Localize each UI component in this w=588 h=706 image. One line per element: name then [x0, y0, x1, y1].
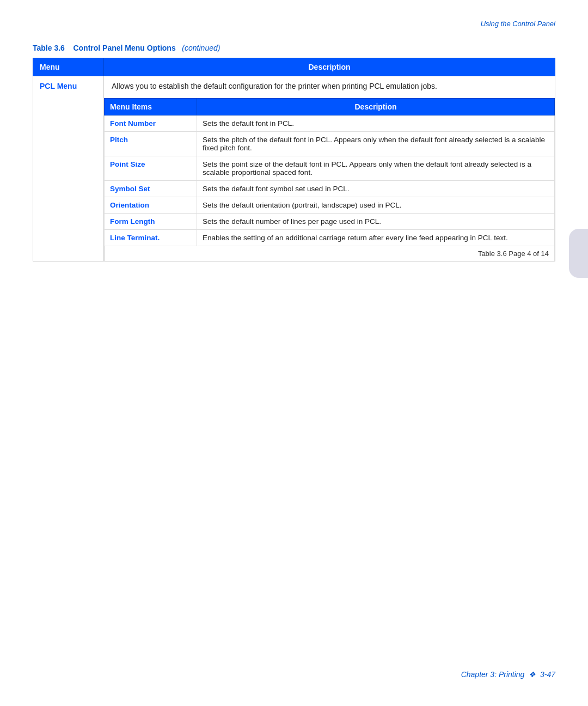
- pcl-menu-row: PCL Menu Allows you to establish the def…: [33, 76, 555, 261]
- inner-item-name: Pitch: [105, 132, 197, 156]
- inner-item-name: Point Size: [105, 156, 197, 181]
- inner-table-row: Symbol SetSets the default font symbol s…: [105, 181, 555, 197]
- col-menu-header: Menu: [33, 58, 104, 76]
- inner-table-row: Point SizeSets the point size of the def…: [105, 156, 555, 181]
- inner-item-desc: Sets the default number of lines per pag…: [197, 214, 555, 230]
- page-header: Using the Control Panel: [481, 20, 555, 28]
- inner-item-name: Symbol Set: [105, 181, 197, 197]
- inner-item-name: Form Length: [105, 214, 197, 230]
- inner-item-desc: Sets the point size of the default font …: [197, 156, 555, 181]
- main-table: Menu Description PCL Menu Allows you to …: [33, 58, 555, 261]
- page-footer: Chapter 3: Printing ❖ 3-47: [461, 670, 555, 679]
- inner-table: Menu Items Description Font NumberSets t…: [104, 98, 555, 261]
- inner-table-row: Form LengthSets the default number of li…: [105, 214, 555, 230]
- col-desc-header: Description: [104, 58, 555, 76]
- inner-item-desc: Sets the default font in PCL.: [197, 115, 555, 132]
- inner-item-desc: Sets the default font symbol set used in…: [197, 181, 555, 197]
- inner-item-desc: Sets the default orientation (portrait, …: [197, 197, 555, 214]
- inner-item-name: Font Number: [105, 115, 197, 132]
- inner-table-row: OrientationSets the default orientation …: [105, 197, 555, 214]
- inner-col-desc-header: Description: [197, 99, 555, 115]
- inner-item-name: Orientation: [105, 197, 197, 214]
- inner-item-name: Line Terminat.: [105, 230, 197, 246]
- inner-table-row: PitchSets the pitch of the default font …: [105, 132, 555, 156]
- inner-table-row: Line Terminat.Enables the setting of an …: [105, 230, 555, 246]
- pcl-desc-cell: Allows you to establish the default conf…: [104, 76, 555, 261]
- table-title: Table 3.6 Control Panel Menu Options (co…: [33, 44, 555, 52]
- pcl-menu-label: PCL Menu: [33, 76, 104, 261]
- inner-item-desc: Sets the pitch of the default font in PC…: [197, 132, 555, 156]
- side-tab: [569, 229, 588, 278]
- page-note: Table 3.6 Page 4 of 14: [105, 246, 555, 261]
- inner-item-desc: Enables the setting of an additional car…: [197, 230, 555, 246]
- inner-col-items-header: Menu Items: [105, 99, 197, 115]
- inner-table-row: Font NumberSets the default font in PCL.: [105, 115, 555, 132]
- page-note-row: Table 3.6 Page 4 of 14: [105, 246, 555, 261]
